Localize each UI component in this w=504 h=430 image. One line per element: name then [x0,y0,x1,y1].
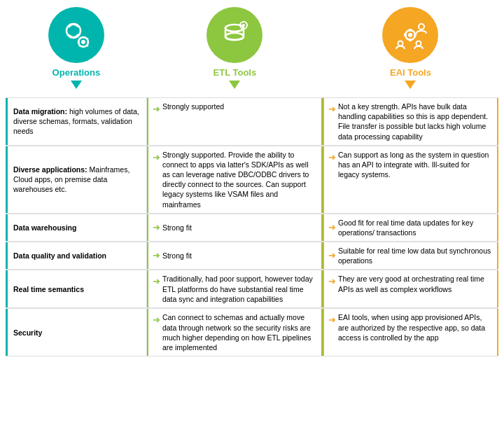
svg-point-28 [398,41,403,46]
svg-rect-8 [87,41,89,43]
data-table: Data migration: high volumes of data, di… [6,97,498,356]
table-row: Data quality and validation ➜ Strong fit… [6,242,498,270]
svg-point-22 [408,33,412,37]
eai-header: EAI Tools [323,7,498,92]
ops-text-row5: Real time semantics [13,284,84,294]
table-row: Data warehousing ➜ Strong fit ➜ Good fit… [6,214,498,242]
svg-rect-19 [239,25,241,26]
ops-icon [59,18,93,52]
eai-icon [393,18,427,52]
etl-arrow-row6: ➜ [153,314,160,326]
svg-rect-25 [404,34,407,36]
etl-text-row6: Can connect to schemas and actually move… [162,312,317,352]
ops-title: Operations [52,67,101,78]
ops-cell-row3: Data warehousing [6,214,147,241]
etl-cell-row3: ➜ Strong fit [147,214,323,241]
eai-arrow-row3: ➜ [328,221,336,234]
eai-text-row2: Can support as long as the system in que… [338,150,493,180]
etl-cell-row4: ➜ Strong fit [147,242,323,269]
svg-rect-26 [414,34,416,36]
svg-point-4 [81,40,85,44]
eai-arrow-row2: ➜ [328,151,336,164]
etl-cell-row2: ➜ Strongly supported. Provide the abilit… [147,146,323,213]
eai-cell-row1: ➜ Not a key strength. APIs have bulk dat… [323,98,498,145]
table-row: Real time semantics ➜ Traditionally, had… [6,270,498,308]
eai-arrow-row1: ➜ [328,103,336,116]
svg-rect-17 [243,21,244,22]
eai-arrow-row4: ➜ [328,249,336,262]
etl-text-row2: Strongly supported. Provide the ability … [162,150,317,209]
etl-header: ETL Tools [147,7,323,92]
etl-arrow-row2: ➜ [153,151,160,164]
etl-title: ETL Tools [214,67,257,78]
svg-rect-6 [82,46,84,48]
eai-cell-row6: ➜ EAI tools, when using app provisioned … [323,309,498,356]
eai-arrow-row5: ➜ [328,275,336,288]
ops-icon-circle [48,7,104,63]
svg-point-16 [242,24,245,27]
table-row: Diverse applications: Mainframes, Cloud … [6,146,498,214]
etl-arrow-down [229,81,240,89]
ops-cell-row6: Security [6,309,147,356]
etl-cell-row5: ➜ Traditionally, had poor support, howev… [147,270,323,307]
eai-cell-row5: ➜ They are very good at orchestrating re… [323,270,498,307]
svg-rect-7 [78,41,80,43]
ops-arrow-down [71,81,82,89]
etl-text-row4: Strong fit [162,251,192,261]
svg-rect-18 [243,28,244,29]
ops-header: Operations [6,7,147,92]
eai-title: EAI Tools [390,67,431,78]
svg-rect-5 [82,36,84,39]
ops-text-row1: Data migration: high volumes of data, di… [13,106,141,137]
eai-cell-row4: ➜ Suitable for real time low data but sy… [323,242,498,269]
svg-rect-23 [409,29,412,32]
table-row: Security ➜ Can connect to schemas and ac… [6,308,498,356]
eai-text-row6: EAI tools, when using app provisioned AP… [338,312,493,342]
header-row: Operations ETL Too [6,7,498,92]
etl-arrow-row3: ➜ [153,221,160,234]
etl-text-row5: Traditionally, had poor support, however… [162,274,317,304]
eai-text-row1: Not a key strength. APIs have bulk data … [338,102,493,141]
eai-cell-row2: ➜ Can support as long as the system in q… [323,146,498,213]
eai-arrow-down [405,81,416,89]
etl-text-row3: Strong fit [162,223,192,233]
eai-text-row3: Good fit for real time data updates for … [338,218,493,237]
etl-arrow-row4: ➜ [153,249,160,262]
svg-point-27 [419,24,424,29]
eai-icon-circle [382,7,438,63]
ops-cell-row4: Data quality and validation [6,242,147,269]
ops-text-row4: Data quality and validation [13,251,106,261]
main-container: Operations ETL Too [0,0,504,363]
etl-icon-circle [206,7,262,63]
ops-text-row6: Security [13,328,42,338]
etl-cell-row1: ➜ Strongly supported [147,98,323,145]
ops-cell-row1: Data migration: high volumes of data, di… [6,98,147,145]
ops-text-row2: Diverse applications: Mainframes, Cloud … [13,165,141,195]
eai-arrow-row6: ➜ [328,314,336,326]
svg-rect-20 [246,25,248,26]
etl-cell-row6: ➜ Can connect to schemas and actually mo… [147,309,323,356]
table-row: Data migration: high volumes of data, di… [6,98,498,146]
eai-cell-row3: ➜ Good fit for real time data updates fo… [323,214,498,241]
etl-arrow-row1: ➜ [153,103,160,116]
svg-point-29 [416,41,421,46]
eai-text-row4: Suitable for real time low data but sync… [338,246,493,265]
ops-text-row3: Data warehousing [13,223,76,233]
eai-text-row5: They are very good at orchestrating real… [338,274,493,293]
ops-cell-row2: Diverse applications: Mainframes, Cloud … [6,146,147,213]
etl-text-row1: Strongly supported [162,102,224,111]
etl-icon [218,18,251,52]
ops-cell-row5: Real time semantics [6,270,147,307]
svg-point-14 [225,33,244,40]
etl-arrow-row5: ➜ [153,275,160,288]
svg-rect-24 [409,39,412,41]
